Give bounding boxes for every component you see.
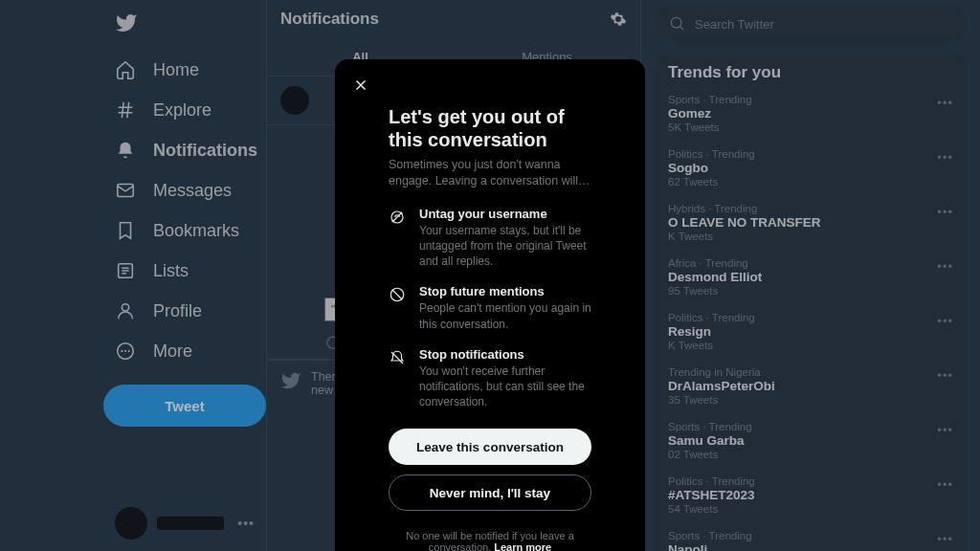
never-mind-button[interactable]: Never mind, I'll stay xyxy=(389,474,591,511)
feature-title: Untag your username xyxy=(419,207,591,221)
feature-desc: Your username stays, but it'll be untagg… xyxy=(419,223,591,270)
feature-icon xyxy=(389,286,406,303)
modal-title: Let's get you out of this conversation xyxy=(389,105,591,151)
feature-desc: People can't mention you again in this c… xyxy=(419,300,591,331)
feature-icon xyxy=(389,209,406,226)
leave-conversation-modal: Let's get you out of this conversation S… xyxy=(335,59,645,551)
learn-more-link[interactable]: Learn more xyxy=(494,541,551,551)
feature-item: Untag your usernameYour username stays, … xyxy=(389,207,591,270)
modal-subtitle: Sometimes you just don't wanna engage. L… xyxy=(389,157,591,189)
leave-conversation-button[interactable]: Leave this conversation xyxy=(389,429,591,465)
feature-item: Stop future mentionsPeople can't mention… xyxy=(389,284,591,331)
close-icon[interactable] xyxy=(352,77,369,94)
feature-desc: You won't receive further notifications,… xyxy=(419,364,591,410)
feature-title: Stop notifications xyxy=(419,347,591,362)
feature-icon xyxy=(389,349,406,366)
feature-item: Stop notificationsYou won't receive furt… xyxy=(389,347,591,410)
modal-footer: No one will be notified if you leave a c… xyxy=(389,530,591,551)
modal-overlay: Let's get you out of this conversation S… xyxy=(0,0,980,551)
feature-title: Stop future mentions xyxy=(419,284,591,298)
